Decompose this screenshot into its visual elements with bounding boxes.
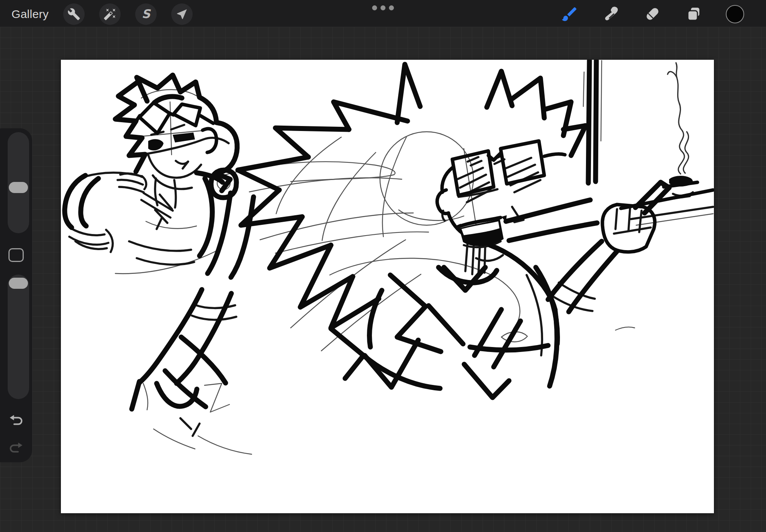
opacity-handle[interactable] — [9, 278, 28, 289]
drawing-canvas[interactable] — [61, 60, 714, 513]
selection-button[interactable]: S — [135, 3, 157, 25]
opacity-slider[interactable] — [8, 275, 29, 399]
procreate-app: { "toolbar": { "gallery_label": "Gallery… — [0, 0, 766, 532]
selection-s-icon: S — [142, 7, 150, 21]
transform-button[interactable] — [171, 3, 193, 25]
eraser-icon[interactable] — [643, 5, 661, 23]
ellipsis-dot — [389, 5, 394, 10]
canvas-menu-button[interactable] — [372, 5, 394, 10]
top-toolbar: Gallery S — [0, 0, 766, 27]
transform-arrow-icon — [175, 8, 188, 21]
adjustments-button[interactable] — [99, 3, 121, 25]
redo-button[interactable] — [8, 440, 24, 456]
layers-icon[interactable] — [684, 5, 703, 23]
undo-button[interactable] — [8, 413, 24, 428]
brush-icon[interactable] — [560, 5, 579, 23]
modify-button[interactable] — [8, 248, 24, 262]
smoke-lines — [668, 63, 689, 174]
sketch-thick-strokes — [65, 61, 669, 409]
sketch-fills — [148, 133, 693, 246]
sketch-artwork — [61, 60, 714, 513]
brush-size-handle[interactable] — [9, 182, 28, 193]
wrench-icon — [67, 8, 80, 21]
magic-wand-icon — [103, 8, 116, 21]
gallery-button[interactable]: Gallery — [11, 8, 49, 21]
toolbar-right-group — [560, 0, 744, 27]
brush-sidebar — [0, 128, 32, 462]
toolbar-left-group: Gallery S — [11, 0, 193, 27]
color-swatch[interactable] — [726, 5, 744, 23]
ellipsis-dot — [372, 5, 377, 10]
ellipsis-dot — [381, 5, 386, 10]
actions-button[interactable] — [63, 3, 85, 25]
smudge-finger-icon[interactable] — [602, 5, 620, 23]
